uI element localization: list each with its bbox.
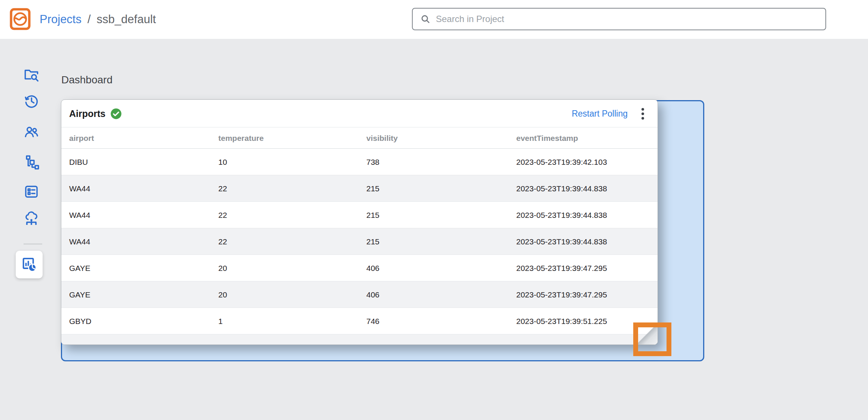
kebab-menu-icon[interactable]: [635, 104, 650, 123]
cell-eventTimestamp: 2023-05-23T19:39:44.838: [516, 175, 607, 202]
success-check-icon: [110, 108, 122, 120]
dashboard-chart-icon: [21, 256, 38, 273]
table-row: WA44 22 215 2023-05-23T19:39:44.838: [61, 202, 658, 228]
cell-temperature: 10: [218, 149, 227, 175]
highlight-annotation-box: [633, 322, 671, 356]
breadcrumb-separator: /: [87, 13, 91, 26]
cell-temperature: 22: [218, 175, 227, 202]
cloud-network-icon: [23, 210, 40, 226]
cell-eventTimestamp: 2023-05-23T19:39:51.225: [516, 334, 607, 345]
sidebar-item-virtual-tables[interactable]: [23, 183, 40, 200]
cell-eventTimestamp: 2023-05-23T19:39:47.295: [516, 255, 607, 281]
cell-airport: WA44: [69, 228, 90, 255]
restart-polling-link[interactable]: Restart Polling: [572, 109, 628, 119]
sidebar-item-explorer[interactable]: [23, 67, 40, 83]
cell-visibility: 746: [366, 308, 379, 334]
cell-temperature: 22: [218, 202, 227, 228]
table-column-header: airport temperature visibility eventTime…: [61, 127, 658, 149]
top-bar: Projects / ssb_default: [0, 0, 868, 39]
list-panel-icon: [23, 183, 40, 200]
ssb-logo[interactable]: [10, 8, 31, 30]
breadcrumb-projects-link[interactable]: Projects: [40, 13, 81, 26]
widget-title: Airports: [69, 108, 105, 119]
history-icon: [23, 93, 40, 109]
sidebar-item-dashboard-active[interactable]: [16, 251, 43, 278]
sidebar-item-lineage[interactable]: [23, 154, 40, 170]
cell-temperature: 20: [218, 281, 227, 308]
cell-airport: GBYD: [69, 308, 92, 334]
cell-visibility: 215: [366, 228, 379, 255]
cell-temperature: 22: [218, 228, 227, 255]
sidebar-item-users[interactable]: [23, 124, 40, 140]
sidebar-item-data-sources[interactable]: [23, 210, 40, 226]
cell-temperature: 1: [218, 334, 223, 345]
users-icon: [23, 124, 40, 140]
table-body: DIBU 10 738 2023-05-23T19:39:42.103 WA44…: [61, 149, 658, 345]
column-eventTimestamp: eventTimestamp: [516, 127, 578, 149]
cell-eventTimestamp: 2023-05-23T19:39:47.295: [516, 281, 607, 308]
cell-eventTimestamp: 2023-05-23T19:39:51.225: [516, 308, 607, 334]
cell-visibility: 746: [366, 334, 379, 345]
table-row: WA44 22 215 2023-05-23T19:39:44.838: [61, 228, 658, 255]
cell-visibility: 215: [366, 202, 379, 228]
widget-title-group: Airports: [69, 100, 122, 127]
cell-eventTimestamp: 2023-05-23T19:39:42.103: [516, 149, 607, 175]
search-input[interactable]: [436, 14, 818, 24]
cell-visibility: 406: [366, 281, 379, 308]
cell-visibility: 215: [366, 175, 379, 202]
cell-airport: GAYE: [69, 281, 90, 308]
column-temperature: temperature: [218, 127, 264, 149]
page-title: Dashboard: [61, 74, 113, 86]
cell-visibility: 406: [366, 255, 379, 281]
cell-airport: DIBU: [69, 149, 88, 175]
sidebar-item-history[interactable]: [23, 93, 40, 109]
widget-header: Airports Restart Polling: [61, 100, 658, 127]
search-icon: [420, 14, 431, 24]
cell-visibility: 738: [366, 149, 379, 175]
cell-eventTimestamp: 2023-05-23T19:39:44.838: [516, 228, 607, 255]
cell-airport: WA44: [69, 202, 90, 228]
breadcrumb: Projects / ssb_default: [40, 0, 156, 39]
airports-widget-card: Airports Restart Polling airport tempera…: [61, 99, 658, 345]
cell-airport: WA44: [69, 175, 90, 202]
column-airport: airport: [69, 127, 94, 149]
sidebar-divider: [24, 244, 42, 244]
cell-airport: GBYD: [69, 334, 92, 345]
table-row: WA44 22 215 2023-05-23T19:39:44.838: [61, 175, 658, 202]
lineage-icon: [23, 154, 40, 170]
cell-airport: GAYE: [69, 255, 90, 281]
table-row: DIBU 10 738 2023-05-23T19:39:42.103: [61, 149, 658, 175]
table-row: GBYD 1 746 2023-05-23T19:39:51.225: [61, 308, 658, 334]
column-visibility: visibility: [366, 127, 398, 149]
cell-eventTimestamp: 2023-05-23T19:39:44.838: [516, 202, 607, 228]
project-search-box[interactable]: [412, 8, 826, 30]
table-row: GBYD 1 746 2023-05-23T19:39:51.225: [61, 334, 658, 345]
breadcrumb-current-project: ssb_default: [97, 13, 156, 26]
cell-temperature: 20: [218, 255, 227, 281]
cell-temperature: 1: [218, 308, 223, 334]
table-row: GAYE 20 406 2023-05-23T19:39:47.295: [61, 255, 658, 281]
folder-search-icon: [23, 67, 40, 83]
table-row: GAYE 20 406 2023-05-23T19:39:47.295: [61, 281, 658, 308]
